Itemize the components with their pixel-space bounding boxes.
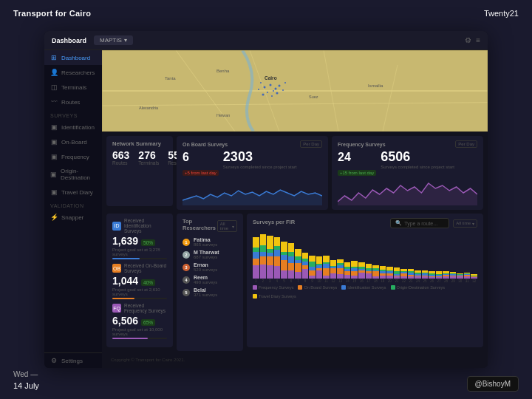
svg-point-17 bbox=[276, 92, 279, 95]
researchers-title: Top Researchers bbox=[183, 218, 217, 231]
bar-segment bbox=[372, 276, 379, 279]
onboard-icon: ▣ bbox=[50, 138, 58, 146]
fir-title: Surveys per FIR bbox=[253, 219, 295, 225]
bar-segment bbox=[443, 276, 449, 279]
bar-group: 26 bbox=[429, 271, 435, 283]
researcher-item: 3 Ernan 520 surveys bbox=[183, 262, 237, 272]
svg-text:Tanta: Tanta bbox=[165, 76, 176, 81]
bar-label: 32 bbox=[472, 279, 476, 283]
all-time-badge[interactable]: All time ▾ bbox=[217, 220, 237, 232]
legend-od: Origin-Destination Surveys bbox=[391, 285, 445, 290]
freq-mini-chart bbox=[338, 180, 477, 205]
search-placeholder: Type a route... bbox=[404, 221, 437, 226]
bar-segment bbox=[323, 256, 330, 263]
bar-segment bbox=[358, 273, 365, 279]
bar-label: 12 bbox=[332, 279, 335, 283]
bar-segment bbox=[288, 263, 295, 270]
bar-segment bbox=[281, 242, 287, 253]
progress-number: 6,506 bbox=[112, 315, 138, 327]
bar-segment bbox=[309, 256, 316, 262]
bar-segment bbox=[253, 237, 259, 248]
bar-segment bbox=[330, 268, 337, 273]
bar-segment bbox=[288, 270, 295, 279]
menu-icon[interactable]: ≡ bbox=[476, 36, 480, 44]
bar-label: 5 bbox=[283, 279, 285, 283]
bar-segment bbox=[253, 259, 259, 265]
progress-change: 40% bbox=[141, 279, 155, 286]
researcher-name: Reem bbox=[194, 275, 237, 280]
bar-segment bbox=[309, 276, 316, 279]
legend-identification: Identification Surveys bbox=[341, 285, 386, 290]
bar-segment bbox=[457, 276, 463, 279]
app-header: Dashboard MAPTIS ▾ ⚙ ≡ bbox=[44, 31, 488, 50]
progress-header: OB Received On-Board Surveys bbox=[112, 263, 167, 273]
snapper-icon: ⚡ bbox=[50, 214, 58, 221]
diary-legend-dot bbox=[253, 294, 257, 299]
svg-point-19 bbox=[284, 82, 286, 83]
sidebar-label-onboard: On-Board bbox=[61, 139, 87, 146]
chart-legend: Frequency Surveys On Board Surveys Ident… bbox=[253, 285, 477, 299]
sidebar-item-frequency[interactable]: ▣ Frequency bbox=[44, 149, 102, 164]
progress-number: 1,639 bbox=[112, 235, 138, 247]
bar-group: 12 bbox=[330, 260, 337, 283]
svg-text:Suez: Suez bbox=[309, 95, 318, 99]
bar-group: 29 bbox=[450, 272, 457, 283]
app-tab[interactable]: MAPTIS ▾ bbox=[94, 35, 133, 45]
sidebar-item-researchers[interactable]: 👤 Researchers bbox=[44, 65, 102, 80]
bar-segment bbox=[302, 253, 309, 259]
bar-segment bbox=[260, 245, 267, 252]
network-stats: 663 Routes 276 Terminals 55 Researchers bbox=[112, 150, 167, 166]
sidebar: ⊞ Dashboard 👤 Researchers ◫ Terminals 〰 … bbox=[44, 50, 102, 368]
sidebar-item-identification[interactable]: ▣ Identification bbox=[44, 120, 102, 134]
onboard-new-count: 6 bbox=[183, 151, 189, 163]
ob-legend-dot bbox=[298, 285, 302, 290]
progress-section: ID Received Identification Surveys 1,639… bbox=[106, 214, 173, 347]
search-icon: 🔍 bbox=[395, 220, 402, 226]
researcher-rank: 4 bbox=[183, 276, 190, 284]
fir-search[interactable]: 🔍 Type a route... bbox=[390, 218, 449, 228]
onboard-survey-card: On Board Surveys Per Day 6 +5 from last … bbox=[177, 136, 328, 210]
bar-label: 24 bbox=[416, 279, 420, 283]
bar-segment bbox=[380, 276, 386, 279]
sidebar-item-origin-destination[interactable]: ▣ Origin-Destination bbox=[44, 164, 102, 185]
researcher-rank: 5 bbox=[183, 289, 190, 296]
progress-bar-fill bbox=[112, 298, 134, 299]
progress-icon: FQ bbox=[112, 304, 121, 313]
sidebar-item-snapper[interactable]: ⚡ Snapper bbox=[44, 210, 102, 225]
terminals-label: Terminals bbox=[138, 160, 159, 166]
bar-label: 8 bbox=[304, 279, 307, 283]
settings-icon[interactable]: ⚙ bbox=[465, 36, 471, 44]
bar-segment bbox=[302, 269, 309, 279]
routes-value: 663 bbox=[112, 150, 129, 160]
fir-controls: 🔍 Type a route... All time ▾ bbox=[390, 218, 477, 228]
onboard-total: 2303 Surveys completed since project sta… bbox=[223, 150, 297, 169]
surveys-fir-section: Surveys per FIR 🔍 Type a route... All ti… bbox=[247, 214, 483, 347]
bar-segment bbox=[295, 272, 301, 279]
bar-group: 20 bbox=[386, 267, 393, 283]
bar-label: 22 bbox=[402, 279, 406, 283]
bar-group: 17 bbox=[366, 264, 372, 283]
bar-label: 19 bbox=[381, 279, 384, 283]
bar-label: 31 bbox=[466, 279, 469, 283]
sidebar-item-terminals[interactable]: ◫ Terminals bbox=[44, 80, 102, 95]
bar-segment bbox=[316, 256, 323, 264]
sidebar-item-dashboard[interactable]: ⊞ Dashboard bbox=[44, 50, 102, 65]
bar-segment bbox=[394, 276, 400, 279]
bar-group: 15 bbox=[351, 261, 358, 283]
sidebar-label-snapper: Snapper bbox=[61, 214, 83, 221]
bar-label: 9 bbox=[311, 279, 313, 283]
svg-text:Helwan: Helwan bbox=[216, 113, 230, 117]
freq-legend-dot bbox=[253, 285, 257, 290]
sidebar-item-travel-diary[interactable]: ▣ Travel Diary bbox=[44, 185, 102, 200]
sidebar-item-routes[interactable]: 〰 Routes bbox=[44, 95, 102, 109]
bar-group: 18 bbox=[372, 265, 379, 283]
user-badge[interactable]: @BishoyM bbox=[467, 376, 519, 392]
onboard-total-sub: Surveys completed since project start bbox=[223, 165, 297, 169]
fir-all-time[interactable]: All time ▾ bbox=[453, 219, 477, 228]
sidebar-item-onboard[interactable]: ▣ On-Board bbox=[44, 134, 102, 149]
bar-segment bbox=[422, 276, 429, 279]
bar-segment bbox=[274, 266, 281, 279]
researcher-count: 865 surveys bbox=[194, 242, 237, 247]
identification-icon: ▣ bbox=[50, 123, 58, 131]
bar-segment bbox=[429, 277, 435, 279]
